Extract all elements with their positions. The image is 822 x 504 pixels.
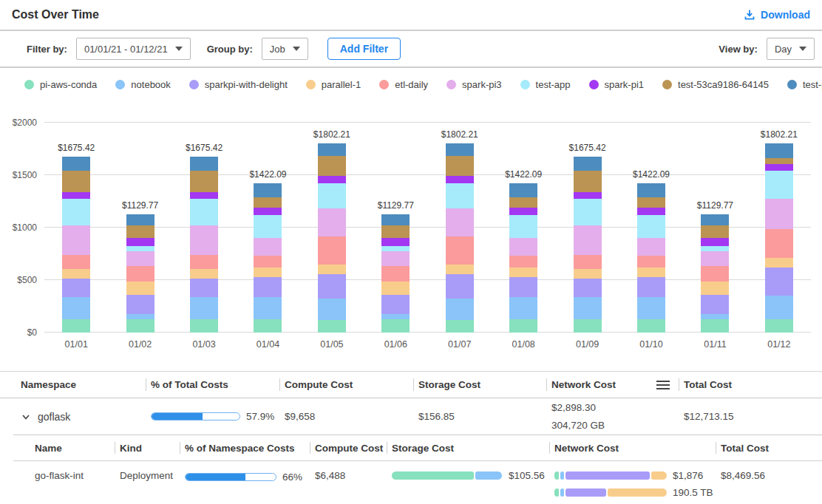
bar-segment-sparkpi-with-delight bbox=[446, 274, 474, 299]
caret-down-icon bbox=[175, 47, 183, 51]
date-range-select[interactable]: 01/01/21 - 01/12/21 bbox=[76, 38, 191, 60]
bar-segment-pi-aws-conda bbox=[254, 319, 282, 333]
progress-bar bbox=[185, 473, 276, 481]
bar-segment-pi-aws-conda bbox=[62, 319, 90, 333]
bar-segment-parallel-1 bbox=[381, 282, 410, 294]
chart-bar-01/04: $1422.09 bbox=[236, 123, 299, 333]
workload-table-header: Name Kind % of Namespace Costs Compute C… bbox=[13, 435, 822, 461]
bar-segment-pi-aws-conda bbox=[318, 320, 346, 333]
bar-segment-sparkpi-with-delight bbox=[509, 277, 537, 297]
legend-item-spark-pi3[interactable]: spark-pi3 bbox=[446, 79, 501, 90]
progress-bar bbox=[151, 412, 240, 420]
y-axis-tick-label: $2000 bbox=[13, 118, 37, 128]
legend-dot-icon bbox=[379, 80, 389, 89]
bar-total-label: $1802.21 bbox=[441, 129, 478, 140]
page-title: Cost Over Time bbox=[12, 8, 99, 21]
legend-item-pi-aws-conda[interactable]: pi-aws-conda bbox=[24, 79, 97, 90]
bar-segment-test-app bbox=[126, 246, 154, 252]
x-axis-tick-label: 01/10 bbox=[619, 339, 683, 350]
column-menu-icon[interactable] bbox=[656, 380, 670, 390]
column-header-pct-namespace-costs: % of Namespace Costs bbox=[185, 435, 315, 460]
filter-by-label: Filter by: bbox=[27, 44, 67, 55]
legend-item-test-app[interactable]: test-app bbox=[520, 79, 571, 90]
bar-segment-sparkpi-with-delight bbox=[62, 279, 90, 297]
bar-segment-parallel-1 bbox=[254, 268, 282, 277]
bar-segment-pi-aws-conda bbox=[446, 320, 474, 333]
bar-segment-notebook bbox=[509, 297, 537, 320]
bar-segment-pi-aws-conda bbox=[381, 319, 410, 333]
x-axis-tick-label: 01/11 bbox=[683, 339, 747, 350]
chart-legend: pi-aws-condanotebooksparkpi-with-delight… bbox=[0, 68, 822, 101]
bar-segment-test-app bbox=[190, 199, 218, 225]
network-usage-value: 190.5 TB bbox=[673, 488, 713, 497]
legend-items: pi-aws-condanotebooksparkpi-with-delight… bbox=[24, 79, 822, 90]
network-usage-bar bbox=[554, 488, 667, 497]
download-button[interactable]: Download bbox=[744, 9, 810, 21]
group-by-select[interactable]: Job bbox=[262, 38, 308, 60]
legend-item-notebook[interactable]: notebook bbox=[115, 79, 171, 90]
view-by-select[interactable]: Day bbox=[767, 38, 815, 60]
network-usage-value: 304,720 GB bbox=[551, 417, 684, 435]
bar-segment-etl-daily bbox=[637, 256, 665, 268]
bar-segment-spark-pi1 bbox=[574, 192, 602, 199]
chevron-down-icon[interactable] bbox=[21, 412, 31, 422]
bars-layer: $1675.42$1129.77$1675.42$1422.09$1802.21… bbox=[44, 123, 811, 333]
group-by-label: Group by: bbox=[207, 44, 253, 55]
bar-segment bbox=[392, 471, 474, 480]
bar-segment-spark-pi1 bbox=[190, 192, 218, 199]
bar-segment-test-53ca9186-64145 bbox=[126, 225, 154, 238]
column-header-pct-total-costs: % of Total Costs bbox=[151, 372, 285, 398]
legend-label: sparkpi-with-delight bbox=[205, 79, 288, 90]
x-axis-tick-label: 01/07 bbox=[428, 339, 492, 350]
add-filter-button[interactable]: Add Filter bbox=[327, 38, 401, 60]
legend-item-test-pkix[interactable]: test-pkix bbox=[787, 79, 822, 90]
bar-segment-test-pkix bbox=[574, 157, 602, 171]
x-axis-tick-label: 01/03 bbox=[172, 339, 236, 350]
bar-segment-spark-pi1 bbox=[509, 208, 537, 215]
bar-segment-test-app bbox=[62, 199, 90, 225]
bar-segment-notebook bbox=[446, 299, 474, 320]
legend-label: spark-pi1 bbox=[605, 79, 644, 90]
chart-bar-01/06: $1129.77 bbox=[364, 123, 427, 333]
legend-label: test-53ca9186-64145 bbox=[678, 79, 769, 90]
legend-label: parallel-1 bbox=[322, 79, 361, 90]
bar-segment-spark-pi3 bbox=[126, 251, 154, 266]
legend-item-sparkpi-with-delight[interactable]: sparkpi-with-delight bbox=[189, 79, 288, 90]
bar-segment-test-pkix bbox=[509, 183, 537, 197]
bar-total-label: $1675.42 bbox=[58, 143, 95, 153]
legend-item-spark-pi1[interactable]: spark-pi1 bbox=[589, 79, 644, 90]
bar-segment-pi-aws-conda bbox=[190, 319, 218, 333]
legend-item-test-53ca9186-64145[interactable]: test-53ca9186-64145 bbox=[662, 79, 769, 90]
bar-segment-pi-aws-conda bbox=[701, 319, 729, 333]
bar-total-label: $1129.77 bbox=[378, 200, 414, 211]
bar-total-label: $1675.42 bbox=[186, 143, 223, 153]
y-axis-tick-label: $1500 bbox=[13, 170, 37, 180]
bar-segment-etl-daily bbox=[765, 229, 793, 258]
bar-segment bbox=[565, 471, 650, 480]
bar-segment bbox=[554, 471, 559, 480]
legend-label: spark-pi3 bbox=[462, 79, 501, 90]
bar-segment-sparkpi-with-delight bbox=[318, 274, 346, 299]
bar-segment-sparkpi-with-delight bbox=[126, 295, 154, 314]
compute-cost-cell: $9,658 bbox=[285, 411, 418, 422]
bar-segment-etl-daily bbox=[574, 255, 602, 269]
bar-segment-parallel-1 bbox=[62, 269, 90, 279]
date-range-value: 01/01/21 - 01/12/21 bbox=[84, 44, 168, 55]
storage-cost-cell: $105.56 bbox=[392, 461, 554, 480]
bar-segment-sparkpi-with-delight bbox=[637, 277, 665, 297]
column-header-namespace: Namespace bbox=[21, 372, 151, 398]
bar-segment-test-app bbox=[318, 183, 346, 208]
x-axis-tick-label: 01/01 bbox=[44, 339, 108, 350]
bar-segment-etl-daily bbox=[318, 236, 346, 264]
bar-segment-spark-pi1 bbox=[62, 192, 90, 199]
bar-segment-spark-pi3 bbox=[254, 238, 282, 256]
legend-dot-icon bbox=[787, 80, 797, 89]
filter-bar: Filter by: 01/01/21 - 01/12/21 Group by:… bbox=[0, 31, 822, 68]
pct-namespace-costs-cell: 66% bbox=[185, 461, 315, 483]
bar-segment-test-53ca9186-64145 bbox=[62, 171, 90, 192]
legend-label: test-app bbox=[536, 79, 571, 90]
legend-label: pi-aws-conda bbox=[40, 79, 97, 90]
legend-item-parallel-1[interactable]: parallel-1 bbox=[306, 79, 361, 90]
bar-segment bbox=[651, 471, 667, 480]
legend-item-etl-daily[interactable]: etl-daily bbox=[379, 79, 428, 90]
